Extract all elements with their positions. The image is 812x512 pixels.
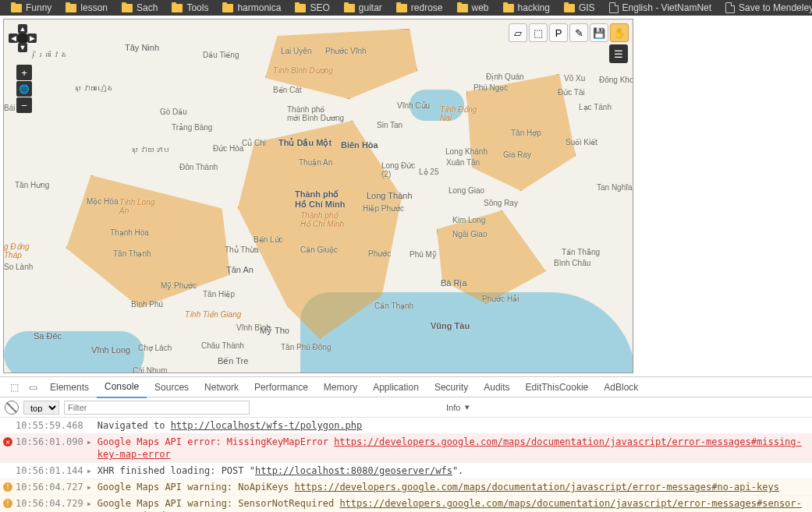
devtools-tab-audits[interactable]: Audits [476, 377, 517, 397]
log-message: Google Maps API warning: SensorNotRequir… [98, 497, 809, 512]
bookmark-item[interactable]: web [451, 0, 495, 16]
lbl: Long Thành [367, 191, 413, 200]
expand-arrow-icon[interactable]: ▸ [87, 464, 94, 477]
draw-point-button[interactable]: P [549, 23, 568, 42]
devtools-tab-adblock[interactable]: AdBlock [596, 377, 646, 397]
pan-west[interactable]: ◀ [9, 34, 18, 43]
levels-dropdown-icon[interactable]: ▾ [465, 402, 470, 412]
devtools-tab-memory[interactable]: Memory [316, 377, 365, 397]
log-link[interactable]: https://developers.google.com/maps/docum… [98, 436, 802, 460]
lbl: Cần Thạnh [374, 302, 413, 310]
filter-input[interactable] [64, 401, 250, 415]
context-select[interactable]: top [23, 401, 59, 415]
bookmark-label: Sach [137, 2, 158, 13]
folder-icon [295, 4, 306, 12]
log-message: XHR finished loading: POST "http://local… [98, 464, 464, 477]
bookmark-item[interactable]: hacking [497, 0, 556, 16]
pan-south[interactable]: ▼ [18, 43, 27, 52]
lbl: Long Khánh [445, 147, 488, 156]
inspect-icon[interactable]: ⬚ [5, 382, 23, 393]
devtools-tab-editthiscookie[interactable]: EditThisCookie [518, 377, 597, 397]
lbl: Mỹ Tho [260, 326, 289, 336]
log-link[interactable]: https://developers.google.com/maps/docum… [295, 482, 779, 493]
lbl: Củ Chi [242, 139, 266, 147]
log-link[interactable]: http://localhost:8080/geoserver/wfs [255, 465, 452, 476]
bookmark-item[interactable]: harmonica [216, 0, 287, 16]
lbl: Tân Hưng [15, 181, 49, 189]
device-icon[interactable]: ▭ [23, 382, 42, 393]
console-log-row: ✕10:56:01.090▸Google Maps API error: Mis… [0, 434, 812, 463]
pan-east[interactable]: ▶ [27, 34, 37, 43]
devtools-tab-performance[interactable]: Performance [246, 377, 316, 397]
lbl: Chợ Lách [138, 344, 172, 352]
lbl: Cái Nhum [133, 366, 167, 373]
zoom-in-button[interactable]: + [16, 65, 32, 80]
devtools-tab-sources[interactable]: Sources [147, 377, 197, 397]
bookmarks-bar: FunnylessonSachToolsharmonicaSEOguitarre… [0, 0, 812, 16]
lbl: Tỉnh Đồng Nai [440, 105, 477, 122]
map-frame[interactable]: Tây Ninh Dầu Tiếng Lai Uyên Phước Vĩnh T… [3, 19, 633, 373]
bookmark-label: lesson [80, 2, 108, 13]
lbl: Lộ 25 [419, 168, 438, 176]
bookmark-label: hacking [518, 2, 550, 13]
devtools-tab-console[interactable]: Console [97, 376, 147, 398]
save-button[interactable]: 💾 [590, 23, 608, 42]
lbl: Mỹ Phước [161, 281, 197, 290]
lbl: Đôn Thành [179, 163, 218, 171]
devtools-tab-network[interactable]: Network [197, 377, 246, 397]
console-log-row: 10:56:01.144▸XHR finished loading: POST … [0, 463, 812, 479]
error-icon: ✕ [3, 437, 12, 447]
lbl: Vĩnh Long [91, 345, 130, 355]
bookmark-item[interactable]: lesson [59, 0, 114, 16]
devtools-tab-application[interactable]: Application [365, 377, 427, 397]
log-link[interactable]: https://developers.google.com/maps/docum… [98, 498, 802, 512]
devtools-tab-security[interactable]: Security [427, 377, 476, 397]
expand-arrow-icon[interactable]: ▸ [87, 436, 94, 448]
folder-icon [564, 4, 575, 12]
bookmark-item[interactable]: Funny [5, 0, 58, 16]
pan-control: ▲ ▼ ◀ ▶ [9, 24, 37, 52]
lbl: Thành phố Hồ Chí Minh [300, 211, 344, 228]
edit-button[interactable]: ✎ [569, 23, 588, 42]
bookmark-label: English - VietNamNet [622, 2, 712, 13]
devtools-tabs: ⬚ ▭ ElementsConsoleSourcesNetworkPerform… [0, 377, 812, 397]
layers-button[interactable]: ☰ [609, 44, 628, 63]
folder-icon [66, 4, 76, 12]
expand-arrow-icon[interactable]: ▸ [87, 481, 94, 493]
lbl: Trảng Bàng [172, 123, 212, 132]
console-output: 10:55:59.468Navigated to http://localhos… [0, 418, 812, 512]
levels-label[interactable]: Info [446, 403, 460, 412]
bookmark-label: web [472, 2, 489, 13]
bookmark-item[interactable]: Tools [165, 0, 215, 16]
lbl: Bến Cát [273, 86, 302, 94]
bookmark-label: redrose [411, 2, 443, 13]
pan-center[interactable] [18, 34, 27, 43]
log-link[interactable]: http://localhost/wfs-t/polygon.php [171, 420, 363, 431]
pan-hand-button[interactable]: ✋ [610, 23, 629, 42]
draw-polygon-button[interactable]: ▱ [509, 23, 527, 42]
bookmark-item[interactable]: English - VietNamNet [603, 0, 718, 16]
zoom-out-button[interactable]: − [16, 97, 32, 113]
bookmark-item[interactable]: SEO [289, 0, 335, 16]
zoom-world-button[interactable]: 🌐 [16, 81, 32, 97]
lbl: Thủ Dầu Một [278, 138, 332, 148]
console-log-row: !10:56:04.727▸Google Maps API warning: N… [0, 479, 812, 496]
lbl: Lai Uyên [281, 47, 311, 55]
lbl: Tỉnh Bình Dương [273, 66, 333, 75]
pan-north[interactable]: ▲ [18, 24, 27, 34]
folder-icon [122, 4, 133, 12]
log-timestamp: 10:55:59.468 [16, 419, 83, 432]
devtools-tab-elements[interactable]: Elements [42, 377, 97, 397]
log-timestamp: 10:56:04.729 [16, 497, 83, 510]
lbl: Bến Lức [254, 235, 283, 244]
bookmark-item[interactable]: GIS [558, 0, 601, 16]
folder-icon [222, 4, 233, 12]
draw-box-button[interactable]: ⬚ [529, 23, 548, 42]
bookmark-label: GIS [579, 2, 595, 13]
bookmark-item[interactable]: guitar [338, 0, 388, 16]
bookmark-item[interactable]: Save to Mendeley [719, 0, 812, 16]
clear-console-icon[interactable] [5, 401, 19, 415]
bookmark-item[interactable]: Sach [115, 0, 164, 16]
expand-arrow-icon[interactable]: ▸ [87, 497, 94, 510]
bookmark-item[interactable]: redrose [390, 0, 449, 16]
